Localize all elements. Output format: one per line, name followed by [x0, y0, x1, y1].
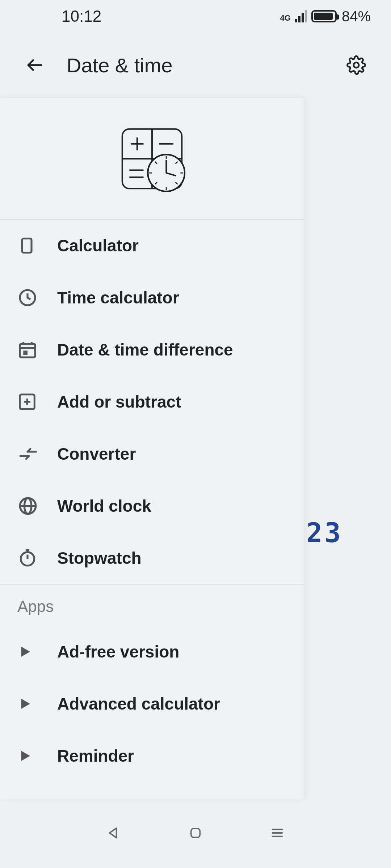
status-right: 4G 84% — [280, 8, 371, 25]
menu-item-label: Advanced calculator — [57, 694, 220, 714]
menu-item-calculator[interactable]: Calculator — [0, 220, 304, 272]
page-title: Date & time — [67, 54, 342, 77]
status-time: 10:12 — [62, 7, 101, 25]
gear-icon — [346, 55, 366, 75]
svg-point-1 — [354, 63, 359, 68]
svg-marker-42 — [21, 699, 30, 709]
square-home-icon — [188, 825, 203, 841]
drawer-menu: Calculator Time calculator Date & time d… — [0, 220, 304, 799]
svg-rect-22 — [22, 239, 31, 253]
menu-item-time-calculator[interactable]: Time calculator — [0, 272, 304, 324]
menu-item-label: Stopwatch — [57, 548, 142, 568]
stopwatch-icon — [17, 548, 57, 568]
apps-section-header: Apps — [0, 584, 304, 626]
apps-item-advanced-calc[interactable]: Advanced calculator — [0, 678, 304, 730]
nav-recent-button[interactable] — [269, 825, 286, 843]
menu-item-label: Reminder — [57, 746, 134, 766]
background-digital-value: 23 — [306, 517, 343, 548]
svg-marker-43 — [21, 751, 30, 761]
app-logo-icon — [117, 123, 188, 194]
play-icon — [17, 644, 57, 659]
apps-item-ad-free[interactable]: Ad-free version — [0, 626, 304, 678]
play-icon — [17, 696, 57, 711]
arrow-left-icon — [25, 55, 45, 75]
menu-item-label: Time calculator — [57, 288, 179, 307]
menu-item-label: World clock — [57, 496, 151, 516]
menu-item-label: Add or subtract — [57, 392, 181, 412]
menu-lines-icon — [269, 825, 286, 841]
menu-item-converter[interactable]: Converter — [0, 428, 304, 480]
battery-percent: 84% — [342, 8, 371, 25]
menu-item-world-clock[interactable]: World clock — [0, 480, 304, 532]
menu-item-add-or-subtract[interactable]: Add or subtract — [0, 376, 304, 428]
converter-arrows-icon — [17, 445, 57, 463]
status-bar: 10:12 4G 84% — [0, 0, 391, 33]
plus-box-icon — [17, 392, 57, 412]
svg-marker-44 — [110, 828, 117, 838]
clock-icon — [17, 288, 57, 308]
settings-button[interactable] — [342, 51, 371, 80]
svg-rect-26 — [23, 350, 28, 355]
menu-item-date-time-difference[interactable]: Date & time difference — [0, 324, 304, 376]
menu-item-label: Ad-free version — [57, 642, 179, 661]
app-bar: Date & time — [0, 33, 391, 98]
svg-marker-41 — [21, 647, 30, 657]
svg-rect-45 — [191, 829, 200, 838]
menu-item-stopwatch[interactable]: Stopwatch — [0, 532, 304, 584]
navigation-drawer: Calculator Time calculator Date & time d… — [0, 98, 304, 799]
calendar-icon — [17, 340, 57, 360]
apps-item-reminder[interactable]: Reminder — [0, 730, 304, 782]
system-nav-bar — [0, 799, 391, 868]
nav-home-button[interactable] — [188, 825, 203, 842]
menu-item-label: Calculator — [57, 236, 139, 255]
signal-icon — [295, 10, 307, 22]
back-button[interactable] — [20, 51, 49, 80]
battery-icon — [311, 10, 337, 22]
network-type-icon: 4G — [280, 14, 291, 22]
nav-back-button[interactable] — [105, 825, 122, 843]
portrait-rect-icon — [17, 236, 57, 255]
play-icon — [17, 748, 57, 763]
globe-icon — [17, 495, 57, 516]
triangle-back-icon — [105, 825, 122, 841]
drawer-header — [0, 98, 304, 220]
menu-item-label: Date & time difference — [57, 340, 233, 359]
menu-item-label: Converter — [57, 444, 136, 464]
